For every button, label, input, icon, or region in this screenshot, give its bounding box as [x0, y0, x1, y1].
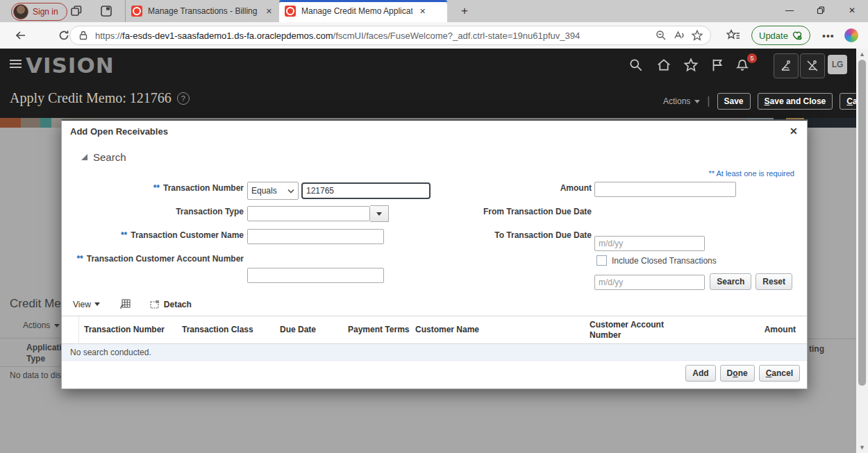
refresh-icon[interactable] [57, 28, 71, 42]
browser-tab-strip: Sign in Manage Transactions - Billing - … [0, 0, 868, 22]
backdrop-right-fragment: ting [809, 344, 824, 354]
add-button[interactable]: Add [685, 365, 715, 382]
notifications-bell[interactable]: 5 [735, 57, 753, 74]
save-and-close-button[interactable]: Save and Close [758, 93, 833, 110]
table-header-row: Transaction Number Transaction Class Due… [62, 316, 807, 344]
help-icon[interactable]: ? [177, 92, 190, 105]
actions-label: Actions [663, 96, 690, 106]
detach-label: Detach [164, 300, 192, 309]
favorites-bar-icon[interactable] [726, 28, 740, 42]
dialog-close-icon[interactable]: ✕ [790, 126, 798, 137]
search-section-label: Search [93, 151, 126, 163]
scroll-down-icon[interactable]: ▼ [856, 444, 868, 451]
hamburger-menu-icon[interactable] [10, 60, 22, 70]
vision-logo[interactable]: VISION [26, 53, 115, 78]
done-button[interactable]: Done [720, 365, 755, 382]
favorite-star-icon[interactable] [691, 29, 703, 42]
operator-value: Equals [251, 186, 277, 196]
tab-actions-icon[interactable] [99, 4, 113, 18]
empty-message: No search conducted. [70, 348, 151, 357]
oracle-favicon [285, 6, 296, 17]
transaction-number-input[interactable] [301, 182, 431, 199]
include-closed-transactions-label: Include Closed Transactions [612, 256, 717, 266]
to-transaction-due-date-label: To Transaction Due Date [494, 230, 592, 240]
column-header[interactable]: Due Date [275, 325, 343, 335]
column-header[interactable]: Transaction Number [79, 325, 177, 335]
tab-close-icon[interactable]: ✕ [266, 7, 272, 16]
transaction-type-dropdown-button[interactable] [370, 205, 389, 222]
zoom-out-icon[interactable] [655, 29, 667, 42]
browser-update-button[interactable]: Update [751, 26, 810, 45]
workspaces-icon[interactable] [69, 4, 83, 18]
read-aloud-icon[interactable] [673, 29, 685, 42]
new-tab-button[interactable]: + [457, 3, 472, 19]
view-menu[interactable]: View [73, 300, 100, 309]
dropdown-arrow-icon [376, 212, 382, 216]
view-label: View [73, 300, 91, 309]
required-marker: ** [76, 254, 83, 264]
column-header[interactable]: Amount [675, 325, 807, 335]
lock-icon[interactable] [77, 29, 90, 42]
browser-tab-manage-transactions[interactable]: Manage Transactions - Billing - O ✕ [125, 0, 278, 22]
scrollbar-thumb[interactable] [858, 60, 866, 386]
browser-tab-manage-credit-memo[interactable]: Manage Credit Memo Application ✕ [279, 0, 447, 22]
header-action-bar: Actions | Save Save and Close Cancel [663, 93, 868, 110]
column-header[interactable]: Payment Terms [343, 325, 410, 335]
required-marker: ** [121, 230, 127, 240]
user-avatar-initials[interactable]: LG [828, 55, 847, 74]
scroll-up-icon[interactable]: ▲ [856, 51, 868, 58]
favorites-star-icon[interactable] [683, 58, 699, 73]
search-button[interactable]: Search [710, 273, 751, 290]
journeys-off-button[interactable] [800, 53, 825, 78]
transaction-type-input[interactable] [247, 206, 370, 221]
browser-menu-icon[interactable]: ••• [822, 31, 835, 42]
transaction-type-label: Transaction Type [176, 207, 244, 216]
row-header-gutter [62, 316, 79, 343]
transaction-number-operator-select[interactable]: Equals [247, 182, 299, 200]
dialog-cancel-button[interactable]: Cancel [759, 365, 800, 382]
transaction-customer-account-number-label: Transaction Customer Account Number [87, 254, 244, 264]
column-header[interactable]: Transaction Class [177, 325, 275, 335]
save-button[interactable]: Save [717, 93, 751, 110]
home-icon[interactable] [656, 58, 671, 73]
window-close-button[interactable]: ✕ [839, 0, 865, 21]
address-bar[interactable]: https://fa-esds-dev1-saasfademo1.ds-fa.o… [69, 26, 711, 45]
copilot-icon[interactable] [844, 28, 858, 42]
actions-menu[interactable]: Actions [663, 96, 700, 106]
tab-close-icon[interactable]: ✕ [419, 7, 426, 16]
reset-button[interactable]: Reset [756, 273, 792, 290]
search-icon[interactable] [628, 58, 644, 73]
notification-badge: 5 [747, 53, 757, 63]
transaction-customer-name-label: Transaction Customer Name [131, 230, 244, 240]
freeze-columns-icon[interactable] [119, 298, 131, 310]
from-transaction-due-date-input[interactable] [594, 236, 705, 251]
backdrop-actions-menu: Actions View [23, 320, 61, 330]
amount-input[interactable] [594, 182, 736, 197]
watchlist-flag-icon[interactable] [710, 58, 725, 73]
divider: | [707, 95, 710, 108]
browser-signin-button[interactable]: Sign in [11, 3, 67, 21]
include-closed-transactions-checkbox[interactable] [596, 255, 607, 266]
dialog-title: Add Open Receivables [70, 126, 168, 137]
window-restore-button[interactable] [808, 0, 834, 21]
browser-toolbar: https://fa-esds-dev1-saasfademo1.ds-fa.o… [0, 22, 868, 49]
add-open-receivables-dialog: Add Open Receivables ✕ Search ** At leas… [61, 119, 808, 389]
chevron-down-icon [287, 189, 294, 194]
column-header[interactable]: Customer Name [410, 325, 585, 335]
back-icon[interactable] [14, 28, 28, 42]
window-minimize-button[interactable]: — [776, 0, 803, 21]
disclosure-triangle-icon [81, 154, 87, 160]
app-header: VISION 5 LG Apply Credit Memo: 121766 ? … [0, 49, 868, 118]
dialog-footer-buttons: Add Done Cancel [62, 365, 800, 382]
dropdown-arrow-icon [694, 100, 700, 103]
column-header[interactable]: Customer Account Number [585, 320, 675, 341]
transaction-customer-name-input[interactable] [247, 229, 384, 244]
journeys-button[interactable] [774, 53, 799, 78]
detach-icon [149, 299, 160, 310]
search-section-disclosure[interactable]: Search [81, 151, 126, 163]
oracle-favicon [131, 6, 142, 17]
search-reset-buttons: Search Reset [62, 273, 792, 290]
journeys-off-icon [806, 59, 819, 73]
banner-segment [21, 118, 40, 128]
detach-button[interactable]: Detach [149, 299, 192, 310]
